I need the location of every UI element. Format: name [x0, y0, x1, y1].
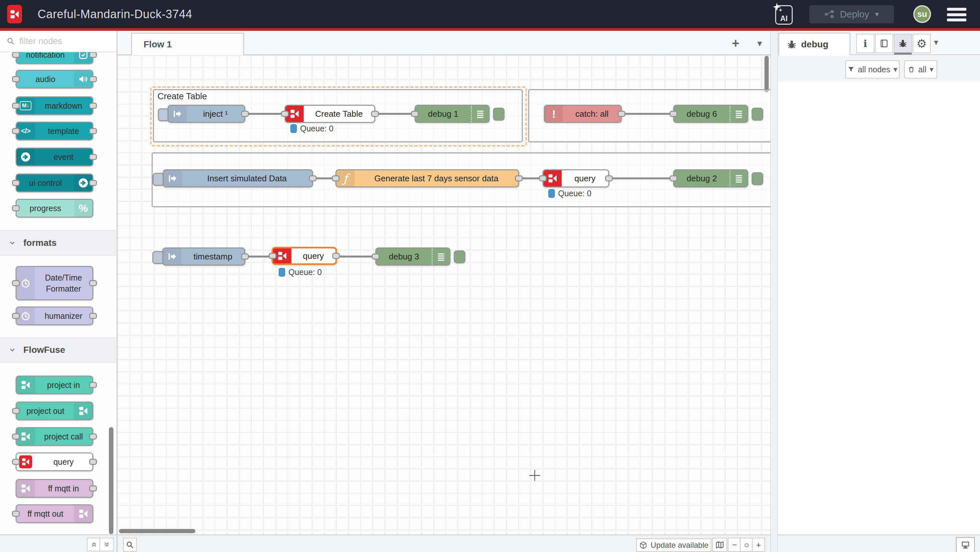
output-port[interactable] — [618, 111, 625, 117]
palette-scrollbar[interactable] — [109, 427, 113, 534]
debug-toggle-button[interactable] — [751, 108, 763, 121]
node-debug6[interactable]: debug 6 — [673, 105, 748, 123]
open-dashboard-button[interactable] — [956, 537, 975, 552]
output-port[interactable] — [89, 103, 97, 109]
palette-node-project-in[interactable]: project in — [16, 376, 93, 394]
palette-node-project-out[interactable]: project out — [16, 402, 93, 420]
output-port[interactable] — [89, 434, 97, 440]
palette-node-query[interactable]: query — [16, 452, 93, 471]
config-tab-button[interactable]: ⚙ — [913, 34, 931, 53]
node-query-mid[interactable]: query — [542, 169, 609, 187]
input-port[interactable] — [12, 408, 20, 414]
input-port[interactable] — [411, 111, 419, 117]
tab-flow-1[interactable]: Flow 1 — [131, 33, 244, 55]
palette-node-event[interactable]: event — [16, 148, 93, 166]
node-generate-function[interactable]: ƒ Generate last 7 days sensor data — [336, 169, 519, 187]
canvas-vertical-scrollbar[interactable] — [765, 56, 769, 93]
node-create-table[interactable]: Create Table — [285, 105, 375, 123]
input-port[interactable] — [12, 313, 20, 319]
info-tab-button[interactable]: i — [856, 34, 874, 53]
output-port[interactable] — [241, 254, 249, 260]
output-port[interactable] — [89, 76, 97, 82]
palette-filter-input[interactable] — [19, 36, 104, 47]
debug-toggle-button[interactable] — [454, 250, 465, 263]
debug-clear-button[interactable]: all ▾ — [904, 60, 937, 78]
palette-node-datetime-formatter[interactable]: Date/Time Formatter — [16, 266, 93, 300]
output-port[interactable] — [89, 485, 97, 492]
zoom-reset-button[interactable]: ○ — [740, 538, 753, 552]
flow-list-caret-icon[interactable]: ▾ — [752, 35, 767, 51]
input-port[interactable] — [12, 434, 20, 440]
input-port[interactable] — [12, 205, 20, 211]
debug-toggle-button[interactable] — [751, 172, 763, 185]
main-menu-button[interactable] — [947, 8, 966, 21]
debug-filter-button[interactable]: all nodes ▾ — [845, 60, 900, 78]
input-port[interactable] — [670, 111, 677, 117]
input-port[interactable] — [670, 175, 677, 182]
output-port[interactable] — [605, 175, 613, 182]
palette-node-humanizer[interactable]: humanizer — [16, 306, 93, 325]
zoom-out-button[interactable]: − — [728, 538, 741, 552]
help-tab-button[interactable] — [875, 34, 893, 53]
sidebar-menu-caret-icon[interactable]: ▾ — [934, 37, 938, 47]
output-port[interactable] — [89, 154, 97, 160]
tab-debug[interactable]: debug — [778, 33, 850, 55]
palette-section-flowfuse[interactable]: FlowFuse — [0, 337, 116, 362]
node-debug1[interactable]: debug 1 — [415, 105, 490, 123]
palette-node-progress[interactable]: progress % — [16, 199, 93, 218]
output-port[interactable] — [89, 52, 97, 58]
debug-toggle-button[interactable] — [493, 108, 504, 121]
canvas-search-button[interactable] — [123, 538, 137, 552]
wire[interactable] — [337, 255, 377, 257]
input-port[interactable] — [12, 103, 20, 109]
node-catch-all[interactable]: ! catch: all — [544, 105, 622, 123]
node-debug2[interactable]: debug 2 — [673, 169, 748, 187]
debug-tab-button[interactable] — [894, 34, 912, 54]
node-query-selected[interactable]: query — [272, 247, 337, 265]
node-insert-simulated-data[interactable]: Insert simulated Data — [163, 169, 313, 187]
input-port[interactable] — [12, 180, 20, 186]
palette-node-project-call[interactable]: project call — [16, 427, 93, 446]
output-port[interactable] — [515, 175, 523, 182]
input-port[interactable] — [269, 253, 277, 259]
input-port[interactable] — [12, 459, 20, 465]
output-port[interactable] — [89, 128, 97, 134]
input-port[interactable] — [12, 280, 20, 286]
palette-node-audio[interactable]: audio — [16, 70, 93, 89]
input-port[interactable] — [372, 254, 380, 260]
output-port[interactable] — [89, 280, 97, 286]
output-port[interactable] — [89, 382, 97, 388]
zoom-in-button[interactable]: + — [752, 538, 765, 552]
wire[interactable] — [609, 177, 675, 179]
input-port[interactable] — [332, 175, 340, 182]
output-port[interactable] — [241, 111, 249, 117]
sidebar-splitter[interactable] — [770, 31, 778, 552]
add-flow-button[interactable]: + — [728, 35, 743, 51]
deploy-button[interactable]: Deploy ▾ — [809, 5, 894, 23]
palette-scroll-area[interactable]: notification audio M↓ markdown </> templ… — [0, 52, 117, 534]
wire[interactable] — [622, 113, 675, 115]
palette-node-ff-mqtt-in[interactable]: ff mqtt in — [16, 479, 93, 498]
node-inject1[interactable]: inject ¹ — [167, 105, 245, 123]
navigator-button[interactable] — [712, 538, 727, 552]
update-available-button[interactable]: Update available — [636, 538, 711, 552]
flow-canvas[interactable]: Create Table inject ¹ Create Table Queue… — [117, 55, 770, 534]
palette-node-template[interactable]: </> template — [16, 121, 93, 140]
ai-assistant-button[interactable]: AI — [775, 5, 793, 25]
palette-collapse-button[interactable] — [87, 538, 101, 551]
palette-node-ui-control[interactable]: ui control — [16, 174, 93, 192]
palette-node-ff-mqtt-out[interactable]: ff mqtt out — [16, 504, 93, 523]
wire[interactable] — [245, 113, 286, 115]
palette-node-notification[interactable]: notification — [16, 52, 93, 64]
output-port[interactable] — [309, 175, 317, 182]
palette-expand-button[interactable] — [100, 538, 114, 551]
node-timestamp[interactable]: timestamp — [162, 247, 245, 266]
input-port[interactable] — [12, 511, 20, 517]
output-port[interactable] — [371, 111, 379, 117]
palette-node-markdown[interactable]: M↓ markdown — [16, 96, 93, 115]
input-port[interactable] — [539, 175, 547, 182]
node-debug3[interactable]: debug 3 — [375, 247, 450, 266]
input-port[interactable] — [12, 52, 20, 58]
output-port[interactable] — [89, 459, 97, 465]
input-port[interactable] — [12, 76, 20, 82]
